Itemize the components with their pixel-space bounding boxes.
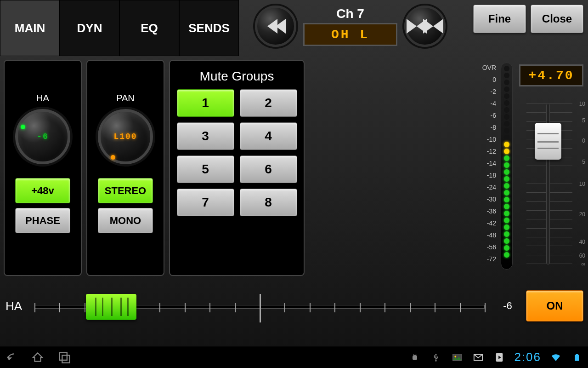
meter-label: -30 <box>469 193 496 205</box>
pan-knob-indicator <box>111 155 115 160</box>
tab-eq[interactable]: EQ <box>119 0 179 56</box>
tab-main[interactable]: MAIN <box>0 0 60 56</box>
home-icon[interactable] <box>31 351 44 364</box>
svg-rect-2 <box>413 356 417 359</box>
tabs: MAIN DYN EQ SENDS <box>0 0 239 56</box>
meter-label: -2 <box>469 86 496 98</box>
mute-groups-panel: Mute Groups 12345678 <box>169 60 305 276</box>
rewind-icon <box>267 19 284 34</box>
mute-group-2[interactable]: 2 <box>240 89 297 117</box>
system-bar: 2:06 <box>0 346 588 368</box>
ha-slider-knob[interactable] <box>86 294 136 320</box>
phase-button[interactable]: PHASE <box>15 208 70 233</box>
mail-icon[interactable] <box>472 351 485 364</box>
meter-label: -42 <box>469 217 496 229</box>
pan-panel: PAN L100 STEREO MONO <box>86 60 164 276</box>
svg-rect-9 <box>575 355 579 361</box>
panel-row: HA -6 +48v PHASE PAN L100 STEREO MONO Mu… <box>4 60 305 276</box>
ha-knob[interactable]: -6 <box>15 109 70 164</box>
ha-knob-indicator <box>21 125 25 129</box>
meter-label: -14 <box>469 157 496 169</box>
channel-number: Ch 7 <box>336 6 364 21</box>
mute-group-6[interactable]: 6 <box>240 155 297 183</box>
tab-dyn[interactable]: DYN <box>60 0 119 56</box>
ha-panel: HA -6 +48v PHASE <box>4 60 82 276</box>
mono-button[interactable]: MONO <box>98 208 153 233</box>
mute-group-7[interactable]: 7 <box>177 189 234 216</box>
meter-scale-labels: OVR0-2-4-6-8-10-12-14-18-24-30-36-42-48-… <box>469 62 496 265</box>
ha-slider-track[interactable] <box>34 288 485 324</box>
fader-knob[interactable] <box>535 123 561 160</box>
usb-icon[interactable] <box>430 351 442 364</box>
gallery-icon[interactable] <box>451 351 464 364</box>
meter-label: -48 <box>469 229 496 241</box>
fine-button[interactable]: Fine <box>473 5 526 33</box>
battery-icon[interactable] <box>571 351 583 364</box>
meter-label: -24 <box>469 181 496 193</box>
mute-groups-title: Mute Groups <box>200 69 274 84</box>
wifi-icon[interactable] <box>549 351 562 364</box>
pan-knob[interactable]: L100 <box>98 109 153 164</box>
fader-scale: 0510204060510∞ <box>571 104 585 264</box>
pan-knob-value: L100 <box>109 120 142 153</box>
level-meter <box>501 63 513 270</box>
meter-label: -18 <box>469 169 496 181</box>
ha-value: -6 <box>489 300 526 312</box>
meter-label: -10 <box>469 133 496 145</box>
bottom-ha-label: HA <box>0 299 34 313</box>
stereo-button[interactable]: STEREO <box>98 178 153 203</box>
meter-label: -8 <box>469 121 496 133</box>
ha-title: HA <box>36 93 49 104</box>
mute-group-5[interactable]: 5 <box>177 155 234 183</box>
meter-label: -72 <box>469 253 496 265</box>
channel-name-lcd[interactable]: OH L <box>303 23 397 46</box>
tab-sends[interactable]: SENDS <box>179 0 239 56</box>
channel-switcher: Ch 7 OH L <box>255 1 446 52</box>
gain-display: +4.70 <box>519 64 583 86</box>
recent-apps-icon[interactable] <box>58 351 71 364</box>
meter-label: -12 <box>469 145 496 157</box>
phantom-button[interactable]: +48v <box>15 178 70 203</box>
back-icon[interactable] <box>5 351 17 364</box>
meter-fader-area: OVR0-2-4-6-8-10-12-14-18-24-30-36-42-48-… <box>469 60 588 276</box>
top-bar: MAIN DYN EQ SENDS Ch 7 OH L Fine Close <box>0 0 588 56</box>
svg-rect-1 <box>62 355 69 362</box>
clock[interactable]: 2:06 <box>514 350 541 364</box>
ha-knob-value: -6 <box>26 120 59 153</box>
top-right-buttons: Fine Close <box>473 5 583 33</box>
svg-rect-10 <box>576 354 578 355</box>
meter-label: 0 <box>469 74 496 86</box>
meter-label: -4 <box>469 98 496 109</box>
meter-label: -56 <box>469 241 496 253</box>
meter-label: -36 <box>469 205 496 217</box>
play-store-icon[interactable] <box>493 351 506 364</box>
close-button[interactable]: Close <box>531 5 583 33</box>
next-channel-button[interactable] <box>404 6 446 47</box>
channel-display: Ch 7 OH L <box>303 6 397 46</box>
mute-group-3[interactable]: 3 <box>177 122 234 150</box>
svg-rect-0 <box>60 352 67 360</box>
mute-group-1[interactable]: 1 <box>177 89 234 117</box>
mute-group-4[interactable]: 4 <box>240 122 297 150</box>
prev-channel-button[interactable] <box>255 6 296 47</box>
bottom-strip: HA -6 ON <box>0 281 588 331</box>
on-button[interactable]: ON <box>526 290 583 322</box>
meter-label: -6 <box>469 109 496 121</box>
svg-point-6 <box>455 356 457 357</box>
fader-zone: 0510204060510∞ <box>521 104 585 264</box>
forward-icon <box>408 19 441 34</box>
pan-title: PAN <box>116 93 135 104</box>
android-icon[interactable] <box>408 351 421 364</box>
mute-group-8[interactable]: 8 <box>240 189 297 216</box>
meter-label: OVR <box>469 62 496 74</box>
